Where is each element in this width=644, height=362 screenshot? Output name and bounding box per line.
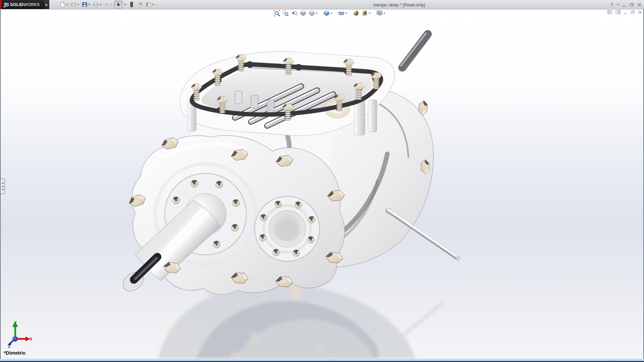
print-button[interactable] (92, 1, 102, 8)
solidworks-logo: ƷS SOLIDWORKS (1, 0, 44, 9)
view-settings-button[interactable] (376, 10, 386, 17)
front-flange (119, 135, 345, 295)
doc-minimize-button[interactable] (624, 10, 628, 14)
document-window-controls (607, 10, 642, 14)
view-settings-icon (376, 10, 383, 16)
options-button[interactable] (145, 1, 155, 8)
brand-works: WORKS (23, 2, 40, 7)
zoom-to-area-icon (282, 10, 289, 16)
hide-show-items-button[interactable] (337, 10, 348, 17)
apply-scene-button[interactable] (361, 10, 371, 17)
model-reflection (158, 280, 443, 359)
status-divider (413, 359, 414, 361)
collapse-arrow-icon (2, 188, 3, 190)
rebuild-button[interactable] (128, 1, 136, 8)
doc-close-button[interactable] (638, 10, 642, 14)
open-button[interactable] (70, 1, 80, 8)
reference-triad[interactable]: Y X Z (4, 319, 32, 348)
hide-show-items-icon (338, 10, 344, 16)
status-bar (0, 359, 644, 362)
print-icon (93, 2, 99, 7)
pane-right-toggle-icon[interactable] (615, 10, 621, 14)
undo-icon (104, 2, 110, 7)
new-document-icon (60, 2, 65, 7)
title-bar: ƷS SOLIDWORKS ▶ (0, 0, 644, 9)
pane-left-toggle-icon[interactable] (607, 10, 612, 14)
display-style-icon (323, 10, 330, 16)
file-properties-icon (137, 2, 143, 7)
zoom-to-fit-icon (274, 10, 280, 16)
triad-x-label: X (30, 337, 32, 342)
brand-solid: SOLID (10, 2, 23, 7)
feature-manager-collapsed-tab[interactable] (1, 179, 5, 194)
edit-appearance-icon (353, 10, 359, 16)
model-gearbox-assembly[interactable] (119, 34, 460, 295)
collapse-arrow-icon (2, 182, 3, 184)
section-view-icon (300, 10, 306, 16)
doc-restore-button[interactable] (631, 10, 635, 14)
zoom-to-area-button[interactable] (282, 10, 289, 17)
new-document-button[interactable] (59, 1, 69, 8)
save-button[interactable] (81, 1, 91, 8)
status-divider (444, 359, 445, 361)
heads-up-view-toolbar (273, 10, 386, 17)
view-orientation-label: *Dimetric (4, 350, 26, 356)
graphics-area[interactable] (1, 9, 643, 359)
options-checklist-icon (146, 2, 151, 7)
select-tool-flyout[interactable] (123, 3, 127, 6)
apply-scene-icon (362, 10, 368, 16)
restore-button[interactable] (630, 3, 634, 7)
standard-toolbar (59, 0, 155, 9)
zoom-to-fit-button[interactable] (273, 10, 281, 17)
triad-y-label: Y (14, 320, 17, 325)
top-cover-assembly (180, 51, 395, 135)
shift-lever-rod (401, 34, 428, 68)
rebuild-traffic-light-icon (129, 2, 135, 7)
close-button[interactable] (637, 3, 641, 7)
dassault-mark: ƷS (3, 2, 9, 7)
collapse-arrow-icon (2, 185, 3, 187)
undo-button[interactable] (103, 1, 113, 8)
previous-view-button[interactable] (290, 10, 298, 17)
help-button[interactable]: ? (610, 2, 613, 7)
select-tool-button[interactable] (114, 1, 122, 8)
previous-view-icon (291, 10, 298, 16)
solidworks-window: ƷS SOLIDWORKS ▶ (0, 0, 644, 362)
section-view-button[interactable] (299, 10, 307, 17)
status-divider (614, 359, 614, 361)
triad-z-label: Z (8, 344, 10, 348)
edit-appearance-button[interactable] (352, 10, 360, 17)
help-flyout[interactable] (617, 4, 619, 5)
open-icon (71, 2, 76, 7)
select-cursor-icon (115, 2, 121, 7)
menu-flyout-arrow[interactable]: ▶ (44, 0, 49, 9)
status-divider (197, 359, 198, 361)
window-controls: ? (610, 0, 641, 9)
view-orientation-icon (309, 10, 315, 16)
graphics-viewport: Y X Z *Dimetric (0, 9, 644, 359)
status-divider (329, 359, 329, 361)
save-icon (82, 2, 88, 7)
display-style-button[interactable] (323, 10, 333, 17)
view-orientation-button[interactable] (308, 10, 318, 17)
file-properties-button[interactable] (136, 1, 144, 8)
minimize-button[interactable] (622, 3, 626, 7)
